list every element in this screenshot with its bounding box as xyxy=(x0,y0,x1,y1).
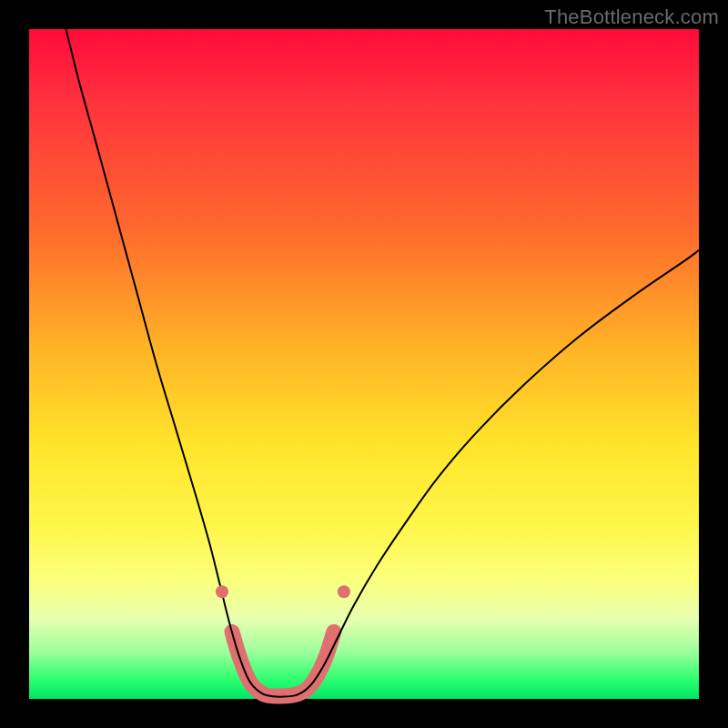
plot-area xyxy=(29,29,699,699)
marker-dot xyxy=(338,585,350,598)
chart-overlay xyxy=(29,29,699,699)
markers-group xyxy=(216,585,350,598)
curve-left-path xyxy=(66,29,280,697)
highlight-band-group xyxy=(232,632,334,696)
curve-right-group xyxy=(280,250,699,697)
watermark-text: TheBottleneck.com xyxy=(544,5,719,29)
highlight-band-path xyxy=(232,632,334,696)
chart-frame: TheBottleneck.com xyxy=(0,0,728,728)
curve-right-path xyxy=(280,250,699,697)
marker-dot xyxy=(216,585,228,598)
curve-left-group xyxy=(66,29,280,697)
